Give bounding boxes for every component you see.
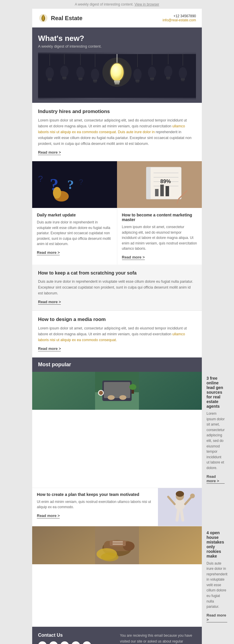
popular-item-3-body: Duis aute irure dolor in reprehenderit i… (207, 561, 227, 610)
popular-item-2-title: How to create a plan that keeps your tea… (37, 492, 153, 497)
svg-point-47 (53, 187, 61, 199)
popular-item-1: 3 free online lead gen sources for real … (32, 372, 202, 488)
footer-right: You are recieving this email because you… (120, 633, 196, 644)
svg-point-25 (102, 58, 132, 87)
footer-section: Contact Us 𝕏 f ▶ 𝒫 📷 +12 34567890 info@r… (32, 627, 202, 644)
two-col-images: ? ? ? ? (32, 161, 202, 208)
svg-rect-57 (160, 185, 164, 196)
article5-highlight: ullamco laboris nisi ut aliquip ex ea co… (38, 332, 185, 342)
popular-item-1-read-more[interactable]: Read more (207, 474, 225, 484)
svg-rect-28 (135, 80, 140, 81)
question-illustration: ? ? ? ? (32, 161, 117, 208)
top-bar: A weekly digest of interesting content. … (0, 0, 234, 9)
svg-point-31 (148, 67, 156, 78)
most-popular-title: Most popular (38, 362, 196, 368)
svg-rect-33 (151, 79, 154, 81)
article1-highlight: ullamco laboris nisi ut aliquip ex ea co… (38, 124, 185, 134)
article1-read-more[interactable]: Read more (38, 150, 61, 155)
svg-text:?: ? (67, 177, 74, 192)
email-header: Real Estate +12 34567890 info@real-estat… (32, 9, 202, 27)
svg-rect-32 (150, 78, 154, 79)
svg-rect-66 (104, 382, 130, 398)
hero-image (38, 53, 196, 99)
svg-point-70 (99, 391, 103, 395)
svg-rect-4 (48, 78, 52, 80)
hero-section: What's new? A weekly digest of interesti… (32, 27, 202, 103)
svg-point-7 (60, 66, 68, 77)
shoes-illustration (95, 526, 139, 564)
article3-read-more[interactable]: Read more (122, 255, 145, 260)
notebook-illustration: 89% (117, 161, 202, 208)
article1-title: Industry hires and promotions (38, 109, 196, 114)
article4-read-more[interactable]: Read more (38, 300, 61, 305)
svg-rect-86 (110, 540, 126, 546)
article5-title: How to design a media room (38, 317, 196, 322)
article1-body: Lorem ipsum dolor sit amet, consectetur … (38, 117, 196, 147)
notebook-bg: 89% (117, 161, 202, 208)
svg-point-79 (190, 494, 195, 498)
svg-rect-41 (181, 80, 184, 81)
article4-title: How to keep a cat from scratching your s… (38, 270, 196, 276)
article3-body: Lorem ipsum dolor sit amet, consectetur … (122, 224, 197, 251)
article2-image: ? ? ? ? (32, 161, 117, 208)
article2-read-more[interactable]: Read more (37, 250, 60, 255)
popular-item-3: 4 open house mistakes only rookies make … (32, 526, 202, 627)
twitter-icon[interactable]: 𝕏 (38, 641, 47, 644)
article2-text: Daily market update Duis aute irure dolo… (32, 208, 117, 265)
svg-point-27 (133, 69, 142, 80)
footer-top: Contact Us 𝕏 f ▶ 𝒫 📷 +12 34567890 info@r… (38, 633, 196, 644)
svg-rect-29 (136, 81, 139, 83)
article5-read-more[interactable]: Read more (38, 346, 61, 351)
svg-rect-17 (94, 81, 97, 83)
svg-rect-9 (63, 79, 66, 80)
svg-rect-42 (32, 161, 117, 208)
hero-title: What's new? (38, 34, 196, 43)
view-in-browser-link[interactable]: View in browser (135, 2, 159, 6)
svg-rect-51 (146, 167, 151, 199)
svg-rect-8 (62, 77, 66, 79)
svg-point-11 (76, 67, 85, 78)
article1-section: Industry hires and promotions Lorem ipsu… (32, 103, 202, 161)
popular-item-3-image (32, 526, 202, 564)
bulb-illustration (38, 54, 196, 98)
footer-right-text1: You are recieving this email because you… (120, 633, 196, 644)
popular-item-1-text: 3 free online lead gen sources for real … (202, 372, 229, 488)
article4-body: Duis aute irure dolor in reprehenderit i… (38, 279, 196, 296)
popular-item-2-read-more[interactable]: Read more (37, 513, 60, 518)
two-col-section: ? ? ? ? (32, 161, 202, 265)
svg-point-39 (179, 67, 187, 79)
popular-item-3-text: 4 open house mistakes only rookies make … (202, 526, 232, 626)
header-phone: +12 34567890 (163, 14, 196, 18)
svg-line-80 (177, 511, 178, 520)
svg-rect-12 (78, 78, 82, 79)
header-email[interactable]: info@real-estate.com (163, 18, 196, 22)
article5-section: How to design a media room Lorem ipsum d… (32, 311, 202, 357)
article3-text: How to become a content marketing master… (117, 208, 202, 265)
question-bg: ? ? ? ? (32, 161, 117, 208)
popular-item-1-image (32, 372, 202, 410)
svg-point-76 (176, 491, 184, 497)
svg-rect-13 (79, 79, 82, 81)
svg-rect-36 (166, 77, 170, 79)
two-col-texts: Daily market update Duis aute irure dolo… (32, 208, 202, 265)
svg-text:?: ? (38, 174, 43, 183)
logo-area: Real Estate (38, 13, 82, 23)
svg-text:?: ? (79, 178, 83, 186)
svg-point-3 (46, 67, 54, 79)
popular-item-2: How to create a plan that keeps your tea… (32, 488, 202, 526)
svg-text:89%: 89% (160, 178, 171, 184)
logo-icon (38, 13, 49, 23)
svg-rect-56 (155, 189, 159, 196)
article5-body: Lorem ipsum dolor sit amet, consectetur … (38, 325, 196, 343)
youtube-icon[interactable]: ▶ (60, 641, 69, 644)
topbar-text: A weekly digest of interesting content. (75, 2, 134, 6)
pinterest-icon[interactable]: 𝒫 (71, 641, 80, 644)
instagram-icon[interactable]: 📷 (82, 641, 91, 644)
svg-rect-37 (167, 79, 170, 80)
article4-section: How to keep a cat from scratching your s… (32, 265, 202, 311)
popular-item-3-read-more[interactable]: Read more (207, 613, 227, 622)
header-contact: +12 34567890 info@real-estate.com (163, 14, 196, 22)
facebook-icon[interactable]: f (49, 641, 58, 644)
article3-image: 89% (117, 161, 202, 208)
article2-body: Duis aute irure dolor in reprehenderit i… (37, 220, 112, 247)
